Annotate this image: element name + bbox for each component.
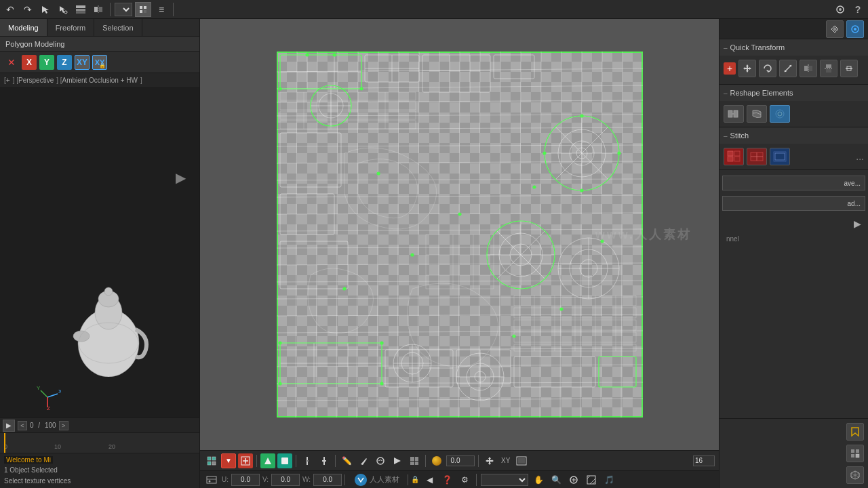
render-icon[interactable] [833, 2, 848, 17]
right-icon-2[interactable] [846, 20, 864, 38]
texture-icon[interactable] [584, 472, 599, 487]
prev-nav-icon[interactable]: ◀ [422, 472, 437, 487]
axis-y-button[interactable]: Y [39, 55, 54, 70]
quick-transform-header[interactable]: – Quick Transform [719, 39, 868, 56]
qt-plus-button[interactable]: + [724, 62, 736, 75]
value-input[interactable] [446, 455, 475, 466]
all-ids-dropdown[interactable]: All IDs [481, 474, 528, 486]
tick-20: 20 [108, 443, 115, 450]
u-value-input[interactable] [231, 474, 260, 486]
undo-button[interactable]: ↶ [3, 2, 18, 17]
coord-divider [344, 474, 345, 485]
svg-line-56 [479, 52, 480, 418]
mode-select[interactable]: All [115, 3, 132, 16]
svg-point-140 [580, 189, 583, 192]
mirror-tool[interactable] [91, 2, 106, 17]
svg-point-143 [279, 342, 281, 344]
reshape-icon-3[interactable] [770, 105, 790, 123]
render-uv-icon[interactable] [514, 453, 529, 468]
uv-weld-tool[interactable] [317, 453, 332, 468]
uv-tool-green[interactable] [260, 453, 275, 468]
lock-icon[interactable]: 🔒 [411, 476, 419, 483]
uv-tool-1[interactable] [204, 453, 219, 468]
axis-x-button[interactable]: X [22, 55, 37, 70]
close-x-icon[interactable]: ✕ [4, 55, 19, 70]
svg-rect-234 [851, 454, 854, 458]
next-frame-button[interactable]: > [59, 421, 68, 430]
bookmark-icon[interactable] [846, 423, 864, 441]
qt-align-icon[interactable] [840, 60, 858, 77]
snap-uv-icon[interactable] [846, 445, 864, 462]
audio-icon[interactable]: 🎵 [601, 472, 616, 487]
uv-knife-tool[interactable] [356, 453, 371, 468]
right-icon-1[interactable] [826, 20, 844, 38]
svg-rect-120 [599, 357, 636, 387]
uv-tool-teal[interactable] [277, 453, 292, 468]
cube-3d-icon[interactable] [846, 466, 864, 484]
redo-button[interactable]: ↷ [20, 2, 35, 17]
save-button[interactable]: ave... [722, 176, 865, 190]
svg-point-145 [380, 382, 383, 385]
qt-scale-icon[interactable] [779, 60, 797, 77]
move-select-tool[interactable] [56, 2, 71, 17]
uv-break-tool[interactable] [300, 453, 315, 468]
snap-button[interactable] [135, 2, 151, 17]
timeline-bar[interactable]: 0 10 20 [0, 433, 199, 453]
qt-flip-h-icon[interactable] [800, 60, 817, 77]
tab-freeform[interactable]: Freeform [47, 19, 95, 36]
cursor-move-icon[interactable] [482, 453, 497, 468]
prev-frame-button[interactable]: < [18, 421, 27, 430]
svg-rect-25 [277, 52, 642, 417]
svg-point-150 [343, 287, 346, 290]
zoom-plus-icon[interactable]: 🔍 [549, 472, 564, 487]
tab-selection[interactable]: Selection [94, 19, 142, 36]
stitch-more-dots[interactable]: ... [856, 151, 864, 162]
uv-relax-tool[interactable] [373, 453, 388, 468]
options-menu[interactable]: ≡ [154, 2, 169, 17]
select-tool[interactable] [38, 2, 53, 17]
uv-unfold-tool[interactable] [390, 453, 405, 468]
map-sphere-icon[interactable] [432, 456, 441, 466]
stitch-icon-2[interactable] [747, 148, 767, 165]
arrow-right-icon[interactable]: ▶ [854, 218, 861, 229]
svg-rect-164 [280, 92, 416, 100]
bt-divider-5 [478, 455, 479, 467]
reshape-icon-1[interactable] [724, 105, 744, 123]
coord-options-icon[interactable] [204, 472, 219, 487]
tab-modeling[interactable]: Modeling [0, 19, 47, 36]
left-3d-viewport[interactable]: X Y Z ▶ [0, 88, 199, 418]
cursor-arrow: ▶ [176, 169, 186, 186]
svg-point-144 [279, 382, 281, 385]
stack-tool[interactable] [73, 2, 88, 17]
settings-nav-icon[interactable]: ⚙ [457, 472, 472, 487]
uv-tool-move[interactable] [238, 453, 253, 468]
help-icon[interactable]: ? [850, 2, 865, 17]
reset-view-icon[interactable] [566, 472, 581, 487]
uv-viewport[interactable]: www.人人素材 [200, 19, 719, 450]
stitch-icon-1[interactable] [724, 148, 744, 165]
qt-rotate-icon[interactable] [759, 60, 776, 77]
reshape-icon-2[interactable] [747, 105, 767, 123]
svg-point-84 [570, 249, 608, 287]
uv-pack-tool[interactable] [407, 453, 422, 468]
svg-point-85 [580, 260, 597, 277]
coord-mode-xy: XY [501, 457, 510, 464]
axis-xy-lock-button[interactable]: XY [92, 55, 107, 70]
stitch-header[interactable]: – Stitch [719, 127, 868, 144]
qt-flip-v-icon[interactable] [820, 60, 837, 77]
zoom-input[interactable] [693, 455, 715, 466]
load-button[interactable]: ad... [722, 196, 865, 211]
hand-tool-icon[interactable]: ✋ [531, 472, 546, 487]
axis-z-button[interactable]: Z [57, 55, 72, 70]
uv-tool-select[interactable]: ▼ [221, 453, 236, 468]
svg-text:Z: Z [47, 405, 50, 411]
w-value-input[interactable] [313, 474, 342, 486]
reshape-elements-header[interactable]: – Reshape Elements [719, 85, 868, 101]
v-value-input[interactable] [271, 474, 300, 486]
uv-pencil-tool[interactable]: ✏️ [339, 453, 354, 468]
axis-xy-button[interactable]: XY [75, 55, 90, 70]
stitch-icon-3[interactable] [770, 148, 790, 165]
help-nav-icon[interactable]: ❓ [439, 472, 454, 487]
qt-move-icon[interactable] [738, 60, 756, 77]
play-button[interactable]: ▶ [3, 420, 15, 432]
